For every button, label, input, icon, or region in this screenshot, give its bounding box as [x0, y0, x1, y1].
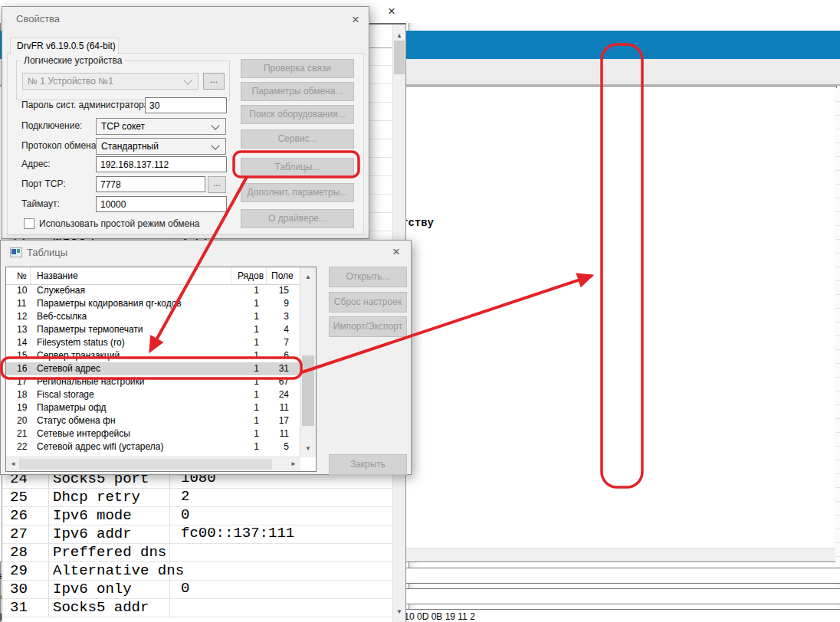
cell: [170, 599, 392, 617]
logical-devices-label: Логические устройства: [21, 55, 125, 66]
cell: 25: [2, 489, 49, 507]
device-ellipsis-button[interactable]: ...: [203, 73, 225, 90]
device-combo[interactable]: № 1 Устройство №1: [22, 73, 199, 90]
cell: 0: [170, 581, 392, 599]
network-row-28[interactable]: 28Preffered dns: [2, 544, 392, 562]
address-input[interactable]: [96, 156, 227, 172]
tables-row-18[interactable]: 18Fiscal storage124: [6, 388, 300, 401]
tables-row-20[interactable]: 20Статус обмена фн117: [6, 414, 300, 427]
cell: 2: [170, 489, 392, 507]
password-input[interactable]: [145, 97, 227, 113]
column-header-num[interactable]: №: [6, 267, 31, 284]
scroll-down-icon[interactable]: ▼: [305, 442, 311, 455]
network-row-30[interactable]: 30Ipv6 only0: [2, 581, 392, 599]
scroll-left-icon[interactable]: ◄: [10, 457, 16, 470]
tables-list-header: №НазваниеРядовПоле: [6, 267, 300, 285]
cell: Сервер транзакций: [31, 349, 231, 362]
cell: 1: [231, 349, 267, 362]
tables-window: Таблицы × №НазваниеРядовПоле 10Служебная…: [0, 240, 412, 475]
scroll-up-icon[interactable]: ▲: [305, 270, 311, 283]
connection-label: Подключение:: [21, 120, 82, 131]
tables-row-17[interactable]: 17Региональные настройки167: [6, 375, 300, 388]
props-button-4[interactable]: Сервис...: [241, 129, 354, 149]
tables-row-13[interactable]: 13Параметры термопечати14: [6, 323, 300, 336]
cell: 0: [170, 507, 392, 525]
close-button[interactable]: Закрыть: [329, 454, 407, 475]
cell: 22: [6, 440, 31, 453]
cell: 31: [2, 599, 49, 617]
import-export-button[interactable]: Импорт/Экспорт: [329, 316, 407, 337]
cell: 1: [231, 297, 267, 310]
tables-row-16[interactable]: 16Сетевой адрес131: [6, 362, 300, 375]
tables-row-12[interactable]: 12Веб-ссылка13: [6, 310, 300, 323]
props-button-5[interactable]: Таблицы...: [241, 158, 354, 177]
cell: 31: [267, 362, 300, 375]
tables-row-11[interactable]: 11Параметры кодирования qr-кодов19: [6, 297, 300, 310]
cell: Сетевой адрес wifi (устарела): [31, 440, 231, 453]
network-row-25[interactable]: 25Dhcp retry2: [2, 489, 392, 507]
network-row-31[interactable]: 31Socks5 addr: [2, 599, 392, 617]
cell: 29: [2, 562, 49, 581]
cell: 20: [6, 414, 31, 427]
scrollbar-thumb[interactable]: [302, 355, 314, 426]
props-button-6[interactable]: Дополнит. параметры...: [241, 183, 354, 202]
cell: 1: [231, 401, 267, 414]
tables-row-21[interactable]: 21Сетевые интерфейсы111: [6, 427, 300, 440]
scrollbar-thumb[interactable]: [394, 41, 405, 74]
window-title: Свойства: [16, 13, 60, 25]
port-label: Порт TCP:: [21, 178, 66, 189]
cell: 1: [231, 427, 267, 440]
scroll-right-icon[interactable]: ►: [290, 457, 297, 470]
simple-mode-checkbox[interactable]: [24, 218, 34, 229]
tables-row-10[interactable]: 10Служебная115: [6, 284, 300, 297]
props-button-7[interactable]: О драйвере...: [241, 209, 354, 228]
scrollbar-thumb[interactable]: [19, 459, 272, 470]
cell: 24: [267, 388, 300, 401]
cell: 15: [267, 284, 300, 297]
protocol-label: Протокол обмена:: [21, 140, 99, 151]
open-button[interactable]: Открыть...: [329, 267, 407, 287]
network-row-29[interactable]: 29Alternative dns: [2, 562, 392, 581]
close-icon[interactable]: ×: [392, 245, 400, 258]
tables-row-22[interactable]: 22Сетевой адрес wifi (устарела)15: [6, 440, 300, 453]
column-header-rows[interactable]: Рядов: [231, 267, 267, 284]
close-icon[interactable]: ×: [352, 13, 359, 26]
cell: 1: [231, 388, 267, 401]
scroll-down-icon[interactable]: ▼: [396, 605, 402, 618]
column-header-name[interactable]: Название: [31, 267, 231, 284]
cell: 28: [2, 544, 49, 562]
cell: Dhcp retry: [49, 489, 170, 507]
tables-vscrollbar[interactable]: ▲ ▼: [300, 267, 316, 457]
protocol-combo[interactable]: Стандартный: [96, 138, 226, 155]
connection-combo[interactable]: TCP сокет: [96, 118, 226, 135]
tables-list: №НазваниеРядовПоле 10Служебная11511Парам…: [5, 267, 317, 472]
cell: Сетевые интерфейсы: [31, 427, 231, 440]
tables-row-19[interactable]: 19Параметры офд111: [6, 401, 300, 414]
tables-row-14[interactable]: 14Filesystem status (ro)17: [6, 336, 300, 349]
cell: 67: [267, 375, 300, 388]
port-ellipsis-button[interactable]: ...: [208, 176, 226, 193]
cell: 1: [231, 323, 267, 336]
reset-settings-button[interactable]: Сброс настроек: [329, 292, 407, 313]
cell: fc00::137:111: [170, 525, 392, 544]
tables-row-15[interactable]: 15Сервер транзакций16: [6, 349, 300, 362]
port-input[interactable]: [96, 176, 205, 192]
column-header-fields[interactable]: Поле: [267, 267, 296, 284]
timeout-input[interactable]: [96, 196, 227, 212]
cell: Параметры офд: [31, 401, 231, 414]
network-row-27[interactable]: 27Ipv6 addrfc00::137:111: [2, 525, 392, 544]
tables-rows: 10Служебная11511Параметры кодирования qr…: [6, 284, 300, 453]
network-row-26[interactable]: 26Ipv6 mode0: [2, 507, 392, 525]
cell: 26: [2, 507, 49, 525]
cell: 15: [6, 349, 31, 362]
cell: 1: [231, 336, 267, 349]
props-button-3[interactable]: Поиск оборудования...: [241, 105, 354, 124]
connection-combo-value: TCP сокет: [101, 121, 145, 132]
props-button-2[interactable]: Параметры обмена...: [241, 82, 354, 101]
password-label: Пароль сист. администратора:: [21, 100, 152, 110]
tables-hscrollbar[interactable]: ◄ ►: [6, 457, 300, 471]
props-button-1[interactable]: Проверка связи: [241, 59, 354, 78]
tab-drvfr[interactable]: DrvFR v6.19.0.5 (64-bit): [10, 38, 119, 54]
close-icon[interactable]: ×: [379, 0, 405, 23]
cell: Региональные настройки: [31, 375, 231, 388]
